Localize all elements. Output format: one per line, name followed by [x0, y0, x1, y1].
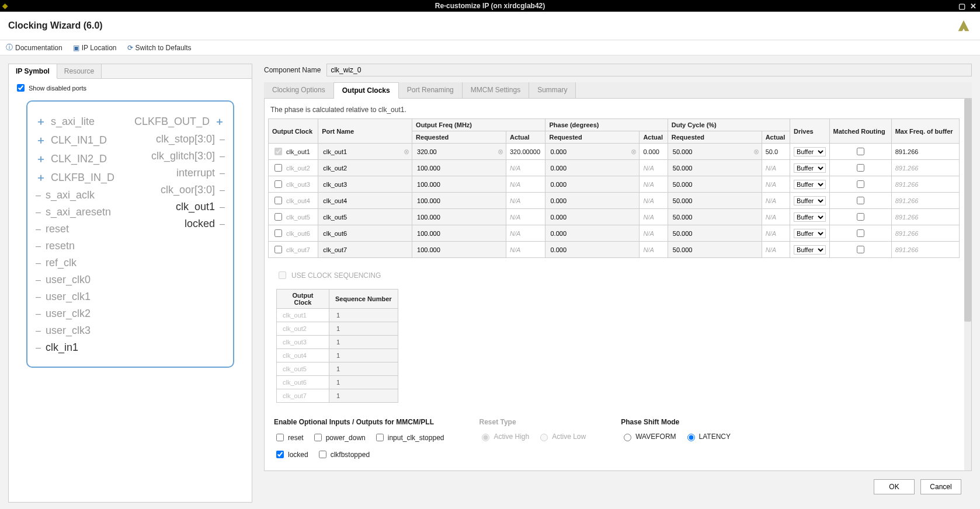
clkfbstopped-input[interactable] [319, 451, 326, 458]
clear-icon[interactable]: ⊗ [404, 148, 409, 156]
duty-req-input[interactable] [672, 197, 758, 205]
switch-defaults-button[interactable]: ⟳ Switch to Defaults [127, 43, 192, 53]
clear-icon[interactable]: ⊗ [753, 148, 759, 156]
phase-req-input[interactable] [549, 213, 635, 221]
wire-pin-icon: – [36, 258, 41, 269]
power-down-input[interactable] [314, 434, 322, 441]
port-name-input[interactable] [322, 180, 408, 189]
ok-button[interactable]: OK [874, 479, 915, 494]
enable-clk_out2-checkbox[interactable] [274, 164, 282, 172]
show-disabled-ports-input[interactable] [17, 84, 25, 92]
phase-note: The phase is calculated relative to clk_… [270, 106, 968, 114]
duty-req-input[interactable] [672, 213, 758, 221]
latency-input[interactable] [687, 434, 695, 441]
enable-clk_out3-checkbox[interactable] [274, 180, 282, 188]
scrollbar[interactable] [964, 99, 971, 470]
input-clk-stopped-label: input_clk_stopped [388, 434, 444, 442]
port-name-input[interactable] [322, 148, 408, 156]
tab-ip-symbol[interactable]: IP Symbol [9, 64, 57, 79]
reset-checkbox[interactable]: reset [274, 432, 304, 443]
right-port-clk_glitch[3:0]: clk_glitch[3:0]– [126, 148, 233, 165]
phase-req-input[interactable] [549, 148, 635, 156]
enable-clk_out5-checkbox[interactable] [274, 213, 282, 221]
clear-icon[interactable]: ⊗ [498, 148, 503, 156]
drives-select[interactable]: Buffer [794, 147, 825, 156]
freq-req-input[interactable] [416, 229, 502, 238]
matched-routing-checkbox[interactable] [857, 229, 864, 237]
power-down-checkbox[interactable]: power_down [312, 432, 366, 443]
cancel-button[interactable]: Cancel [920, 479, 961, 494]
documentation-button[interactable]: ⓘ Documentation [6, 43, 62, 53]
max-freq: 891.266 [891, 160, 959, 176]
enable-clk_out6-checkbox[interactable] [274, 229, 282, 237]
duty-req-input[interactable] [672, 180, 758, 189]
duty-act: N/A [762, 193, 790, 209]
clock-name: clk_out4 [286, 197, 310, 204]
locked-checkbox[interactable]: locked [274, 449, 308, 460]
matched-routing-checkbox[interactable] [857, 197, 864, 204]
drives-select[interactable]: Buffer [794, 229, 825, 238]
input-clk-stopped-input[interactable] [376, 434, 384, 441]
matched-routing-checkbox[interactable] [857, 246, 864, 253]
bus-pin-icon: ＋ [36, 114, 46, 128]
latency-radio[interactable]: LATENCY [684, 432, 731, 441]
phase-req-input[interactable] [549, 197, 635, 205]
freq-req-input[interactable] [416, 164, 502, 172]
use-clock-sequencing-checkbox[interactable]: USE CLOCK SEQUENCING [276, 270, 968, 281]
matched-routing-checkbox[interactable] [857, 148, 864, 155]
phase-req-input[interactable] [549, 180, 635, 189]
tab-resource[interactable]: Resource [57, 64, 102, 78]
matched-routing-checkbox[interactable] [857, 213, 864, 221]
duty-req-input[interactable] [672, 164, 758, 172]
drives-select[interactable]: Buffer [794, 245, 825, 254]
tab-clocking-options[interactable]: Clocking Options [264, 82, 334, 98]
matched-routing-checkbox[interactable] [857, 164, 864, 172]
reset-input[interactable] [276, 434, 284, 441]
phase-req-input[interactable] [549, 229, 635, 238]
reset-type-group: Reset Type Active High Active Low [479, 418, 586, 460]
wire-pin-icon: – [36, 343, 41, 353]
drives-select[interactable]: Buffer [794, 212, 825, 222]
port-name-input[interactable] [322, 246, 408, 254]
freq-req-input[interactable] [416, 148, 502, 156]
waveform-input[interactable] [624, 434, 631, 441]
max-freq: 891.266 [891, 144, 959, 160]
port-name-input[interactable] [322, 197, 408, 205]
component-name-input[interactable] [326, 64, 972, 76]
matched-routing-checkbox[interactable] [857, 180, 864, 188]
duty-act: 50.0 [762, 144, 790, 160]
enable-clk_out4-checkbox[interactable] [274, 197, 282, 204]
tab-summary[interactable]: Summary [529, 82, 576, 98]
locked-input[interactable] [276, 451, 284, 458]
clkfbstopped-checkbox[interactable]: clkfbstopped [317, 449, 370, 460]
phase-req-input[interactable] [549, 164, 635, 172]
duty-req-input[interactable] [672, 148, 758, 156]
drives-select[interactable]: Buffer [794, 180, 825, 189]
phase-req-input[interactable] [549, 246, 635, 254]
show-disabled-ports-checkbox[interactable]: Show disabled ports [15, 82, 246, 93]
duty-req-input[interactable] [672, 246, 758, 254]
left-port-user_clk3: –user_clk3 [27, 322, 233, 339]
freq-req-input[interactable] [416, 197, 502, 205]
port-name-input[interactable] [322, 229, 408, 238]
drives-select[interactable]: Buffer [794, 163, 825, 173]
waveform-radio[interactable]: WAVEFORM [621, 432, 676, 441]
scrollbar-thumb[interactable] [964, 99, 971, 322]
freq-req-input[interactable] [416, 180, 502, 189]
window-close-icon[interactable]: ✕ [970, 2, 976, 11]
tab-output-clocks[interactable]: Output Clocks [334, 82, 399, 99]
input-clk-stopped-checkbox[interactable]: input_clk_stopped [374, 432, 444, 443]
freq-req-input[interactable] [416, 213, 502, 221]
right-port-locked: locked– [126, 215, 233, 232]
duty-req-input[interactable] [672, 229, 758, 238]
enable-clk_out7-checkbox[interactable] [274, 246, 282, 253]
ip-location-button[interactable]: ▣ IP Location [73, 43, 117, 53]
port-name-input[interactable] [322, 164, 408, 172]
freq-req-input[interactable] [416, 246, 502, 254]
tab-mmcm-settings[interactable]: MMCM Settings [463, 82, 529, 98]
clear-icon[interactable]: ⊗ [631, 148, 637, 156]
drives-select[interactable]: Buffer [794, 196, 825, 205]
tab-port-renaming[interactable]: Port Renaming [399, 82, 463, 98]
window-maximize-icon[interactable]: ▢ [958, 2, 965, 11]
port-name-input[interactable] [322, 213, 408, 221]
